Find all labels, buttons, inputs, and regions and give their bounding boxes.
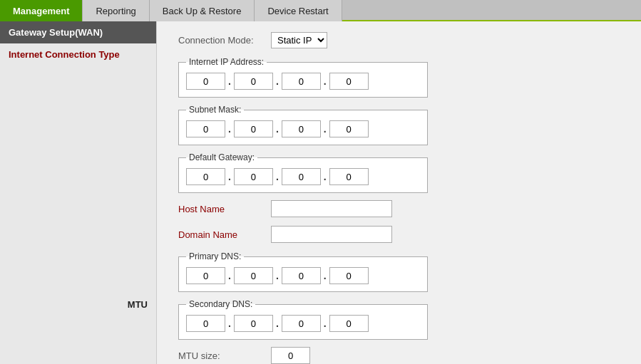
primary-dns-octet-2[interactable] [234,267,273,284]
gateway-octet-1[interactable] [186,168,225,185]
mtu-size-label: MTU size: [178,350,271,361]
internet-ip-legend: Internet IP Address: [186,57,267,67]
domain-name-row: Domain Name [178,226,627,243]
connection-mode-label: Connection Mode: [178,35,271,46]
mtu-size-input[interactable] [271,347,310,364]
gateway-octet-2[interactable] [234,168,273,185]
domain-name-label: Domain Name [178,229,271,240]
gateway-octet-4[interactable] [329,168,369,185]
default-gateway-group: Default Gateway: . . . [178,152,428,193]
internet-ip-octet-3[interactable] [282,73,321,90]
primary-dns-dot-3: . [322,270,328,281]
secondary-dns-dot-1: . [227,318,232,329]
primary-dns-dot-1: . [227,270,232,281]
subnet-mask-group: Subnet Mask: . . . [178,105,428,145]
ip-dot-3: . [322,76,328,87]
main-layout: Gateway Setup(WAN) Internet Connection T… [0,21,641,364]
mtu-size-row: MTU size: [178,347,627,364]
internet-ip-octet-1[interactable] [186,73,225,90]
subnet-octet-3[interactable] [282,120,321,137]
subnet-octet-1[interactable] [186,120,225,137]
default-gateway-legend: Default Gateway: [186,152,257,162]
secondary-dns-octet-2[interactable] [234,315,273,332]
tab-backup-restore[interactable]: Back Up & Restore [150,0,255,21]
content-area: Connection Mode: Static IP DHCP PPPoE In… [157,21,641,364]
subnet-octet-2[interactable] [234,120,273,137]
secondary-dns-octet-1[interactable] [186,315,225,332]
form-section: Connection Mode: Static IP DHCP PPPoE In… [178,32,627,364]
secondary-dns-dot-2: . [275,318,280,329]
subnet-dot-1: . [227,123,232,135]
primary-dns-dot-2: . [275,270,280,281]
sidebar-header: Gateway Setup(WAN) [0,21,156,43]
host-name-row: Host Name [178,200,627,217]
subnet-dot-2: . [275,123,280,135]
subnet-dot-3: . [322,123,328,135]
subnet-octet-4[interactable] [329,120,369,137]
primary-dns-legend: Primary DNS: [186,251,244,261]
host-name-input[interactable] [271,200,392,217]
gateway-dot-1: . [227,171,232,182]
ip-dot-2: . [275,76,280,87]
secondary-dns-legend: Secondary DNS: [186,299,255,309]
connection-mode-row: Connection Mode: Static IP DHCP PPPoE [178,32,627,48]
primary-dns-group: Primary DNS: . . . [178,251,428,292]
top-nav: Management Reporting Back Up & Restore D… [0,0,641,21]
default-gateway-fields: . . . [186,168,420,185]
gateway-octet-3[interactable] [282,168,321,185]
sidebar: Gateway Setup(WAN) Internet Connection T… [0,21,157,364]
sidebar-mtu-label: MTU [0,293,156,316]
primary-dns-octet-4[interactable] [329,267,369,284]
tab-device-restart[interactable]: Device Restart [255,0,342,21]
subnet-mask-legend: Subnet Mask: [186,105,244,115]
secondary-dns-octet-4[interactable] [329,315,369,332]
gateway-dot-3: . [322,171,328,182]
subnet-mask-fields: . . . [186,120,420,137]
sidebar-item-internet-connection-type[interactable]: Internet Connection Type [0,43,156,66]
internet-ip-octet-4[interactable] [329,73,369,90]
host-name-label: Host Name [178,204,271,214]
secondary-dns-group: Secondary DNS: . . . [178,299,428,340]
internet-ip-group: Internet IP Address: . . . [178,57,428,98]
primary-dns-fields: . . . [186,267,420,284]
tab-management[interactable]: Management [0,0,83,21]
internet-ip-octet-2[interactable] [234,73,273,90]
connection-mode-select[interactable]: Static IP DHCP PPPoE [271,32,327,48]
primary-dns-octet-3[interactable] [282,267,321,284]
tab-reporting[interactable]: Reporting [83,0,149,21]
secondary-dns-dot-3: . [322,318,328,329]
primary-dns-octet-1[interactable] [186,267,225,284]
secondary-dns-fields: . . . [186,315,420,332]
secondary-dns-octet-3[interactable] [282,315,321,332]
ip-dot-1: . [227,76,232,87]
gateway-dot-2: . [275,171,280,182]
internet-ip-fields: . . . [186,73,420,90]
domain-name-input[interactable] [271,226,392,243]
